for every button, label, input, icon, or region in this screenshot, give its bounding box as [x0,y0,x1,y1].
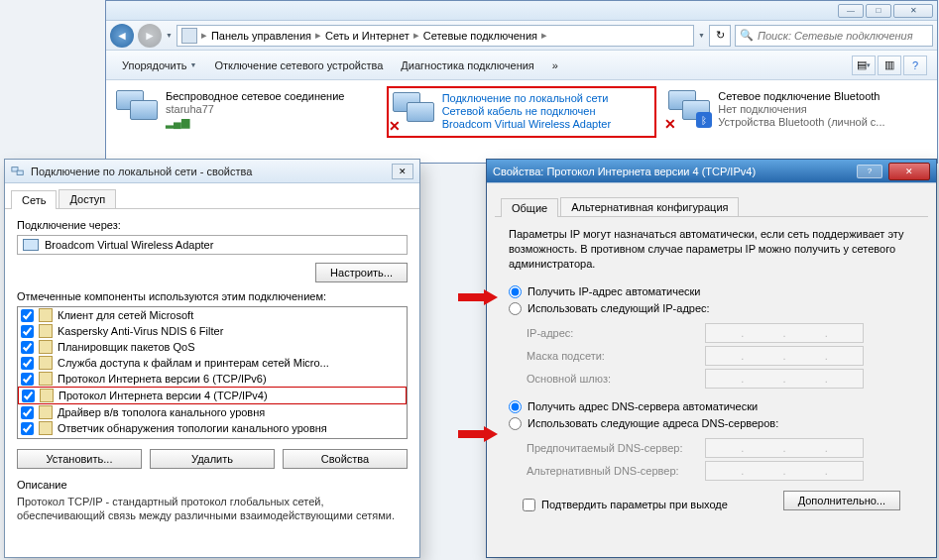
component-checkbox[interactable] [21,325,34,338]
connection-title: Сетевое подключение Bluetooth [718,90,927,102]
diagnose-button[interactable]: Диагностика подключения [395,56,539,75]
ip-auto-label: Получить IP-адрес автоматически [528,285,700,297]
component-row[interactable]: Служба доступа к файлам и принтерам сете… [18,355,407,371]
nav-back-icon[interactable]: ◄ [110,24,134,48]
component-row[interactable]: Протокол Интернета версии 4 (TCP/IPv4) [18,387,407,404]
connection-title: Подключение по локальной сети [442,92,651,104]
nav-history-caret[interactable]: ▼ [166,32,173,39]
connect-using-label: Подключение через: [17,219,408,231]
tabstrip: Общие Альтернативная конфигурация [495,191,928,217]
close-button[interactable]: ✕ [392,164,413,179]
nav-row: ◄ ► ▼ ▸ Панель управления ▸ Сеть и Интер… [106,21,937,51]
lan-properties-dialog: Подключение по локальной сети - свойства… [4,159,420,558]
components-label: Отмеченные компоненты используются этим … [17,290,408,302]
maximize-button[interactable]: □ [866,4,891,18]
component-row[interactable]: Kaspersky Anti-Virus NDIS 6 Filter [18,323,407,339]
component-checkbox[interactable] [22,390,35,402]
adapter-icon [23,239,39,251]
preview-pane-button[interactable]: ▥ [878,56,901,75]
component-icon [39,356,53,370]
component-icon [39,372,53,386]
connection-adapter: Broadcom Virtual Wireless Adapter [442,118,651,130]
gateway-label: Основной шлюз: [527,373,705,385]
component-checkbox[interactable] [21,357,34,370]
ip-address-input: ... [705,323,864,343]
organize-menu[interactable]: Упорядочить▼ [116,56,202,75]
search-box[interactable]: 🔍 [735,25,933,47]
components-list[interactable]: Клиент для сетей MicrosoftKaspersky Anti… [17,306,408,439]
explorer-titlebar: — □ ✕ [106,1,937,21]
help-button[interactable]: ? [903,56,927,75]
search-input[interactable] [758,30,928,42]
dns-pref-label: Предпочитаемый DNS-сервер: [527,442,705,454]
ip-manual-label: Использовать следующий IP-адрес: [528,302,710,314]
component-checkbox[interactable] [21,422,34,435]
toolbar: Упорядочить▼ Отключение сетевого устройс… [106,51,937,80]
refresh-button[interactable]: ↻ [709,25,731,47]
install-button[interactable]: Установить... [17,449,142,469]
component-icon [39,308,53,322]
remove-button[interactable]: Удалить [150,449,275,469]
subnet-mask-label: Маска подсети: [527,350,705,362]
component-icon [39,405,53,419]
component-label: Служба доступа к файлам и принтерам сете… [58,357,329,369]
explorer-window: — □ ✕ ◄ ► ▼ ▸ Панель управления ▸ Сеть и… [105,0,938,164]
breadcrumb-item[interactable]: Панель управления [211,30,311,42]
breadcrumb-caret[interactable]: ▼ [698,32,705,39]
connection-bluetooth[interactable]: ✕ᛒ Сетевое подключение Bluetooth Нет под… [664,86,931,138]
component-row[interactable]: Клиент для сетей Microsoft [18,307,407,323]
properties-button[interactable]: Свойства [283,449,408,469]
component-icon [39,340,53,354]
connection-wireless[interactable]: Беспроводное сетевое соединение staruha7… [112,86,379,138]
component-label: Клиент для сетей Microsoft [58,309,193,321]
breadcrumb-item[interactable]: Сеть и Интернет [325,30,410,42]
tab-general[interactable]: Общие [501,198,558,217]
connection-lan[interactable]: ✕ Подключение по локальной сети Сетевой … [387,86,657,138]
close-button[interactable]: ✕ [888,163,930,180]
component-checkbox[interactable] [21,341,34,354]
red-arrow-icon [458,426,500,442]
minimize-button[interactable]: — [838,4,864,18]
breadcrumb[interactable]: ▸ Панель управления ▸ Сеть и Интернет ▸ … [176,25,694,47]
tab-sharing[interactable]: Доступ [59,189,116,208]
help-button[interactable]: ? [857,165,882,178]
tabstrip: Сеть Доступ [5,183,419,209]
tab-network[interactable]: Сеть [11,190,57,209]
component-row[interactable]: Протокол Интернета версии 6 (TCP/IPv6) [18,371,407,387]
component-label: Драйвер в/в тополога канального уровня [58,406,265,418]
tab-alternate[interactable]: Альтернативная конфигурация [560,197,739,216]
view-mode-button[interactable]: ▤▾ [852,56,876,75]
component-checkbox[interactable] [21,406,34,419]
disconnect-x-icon: ✕ [664,116,676,132]
component-checkbox[interactable] [21,309,34,322]
bluetooth-icon: ᛒ [696,112,712,128]
nav-forward-icon[interactable]: ► [138,24,162,48]
component-row[interactable]: Ответчик обнаружения топологии канальног… [18,420,407,436]
validate-checkbox[interactable] [523,499,535,511]
component-checkbox[interactable] [21,373,34,386]
dialog-titlebar: Подключение по локальной сети - свойства… [5,160,419,183]
disable-device-button[interactable]: Отключение сетевого устройства [208,56,389,75]
connection-sub: staruha77 [166,103,375,115]
dns-auto-radio[interactable] [509,400,522,413]
advanced-button[interactable]: Дополнительно... [783,491,900,510]
component-label: Kaspersky Anti-Virus NDIS 6 Filter [58,325,223,337]
breadcrumb-item[interactable]: Сетевые подключения [423,30,537,42]
info-text: Параметры IP могут назначаться автоматич… [509,227,914,272]
adapter-name: Broadcom Virtual Wireless Adapter [45,239,213,251]
network-icon: ✕ [393,92,436,132]
ip-auto-radio[interactable] [509,285,522,298]
toolbar-overflow[interactable]: » [546,56,564,75]
configure-button[interactable]: Настроить... [315,263,408,282]
dns-manual-radio[interactable] [509,417,522,430]
dns-pref-input: ... [705,438,864,458]
component-row[interactable]: Планировщик пакетов QoS [18,339,407,355]
ip-manual-radio[interactable] [509,302,522,315]
dialog-body: Параметры IP могут назначаться автоматич… [495,217,928,521]
close-button[interactable]: ✕ [893,4,933,18]
adapter-box: Broadcom Virtual Wireless Adapter [17,235,408,255]
ipv4-properties-dialog: Свойства: Протокол Интернета версии 4 (T… [486,159,937,558]
description-label: Описание [17,479,408,491]
component-icon [39,324,53,338]
component-row[interactable]: Драйвер в/в тополога канального уровня [18,404,407,420]
